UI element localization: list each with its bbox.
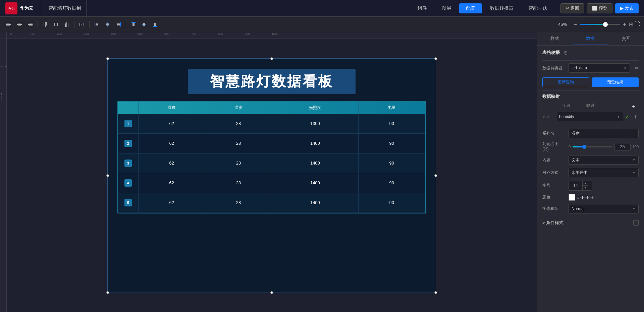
align-middle-icon[interactable] [51,20,61,29]
canvas-area: 0 100 200 300 400 500 600 700 800 900 10… [0,32,537,312]
color-swatch[interactable] [569,194,575,201]
preview-button[interactable]: ⬜ 预览 [587,3,612,13]
zoom-in-button[interactable]: + [623,21,626,27]
col-width-value[interactable]: 25 [614,143,631,150]
ruler-mark-1000: 1000 [272,32,278,36]
panel-tab-style[interactable]: 样式 [537,32,573,45]
toolbar: 46% − + ⊞ ⛶ [0,17,644,32]
panel-tab-interact[interactable]: 交互 [608,32,644,45]
col-width-row: 列宽占比 (%) 0 25 100 [542,141,639,152]
handle-br[interactable] [434,291,437,294]
zoom-area: 46% − + ⊞ ⛶ [558,21,640,27]
expand-icon[interactable]: ∨ [542,114,545,119]
publish-icon: ▶ [620,6,624,11]
update-query-button[interactable]: 更新查询 [542,77,589,87]
series-name-input[interactable]: 湿度 [569,129,639,138]
ruler-mark-600: 600 [164,32,169,36]
cell-3-4: 90 [358,153,425,173]
data-transformer-label: 数据转换器 [542,65,566,71]
distribute-h-icon[interactable] [77,20,87,29]
align-left-icon[interactable] [4,20,13,29]
panel-tab-data[interactable]: 数据 [573,32,608,45]
tab-components[interactable]: 组件 [411,3,434,13]
cell-1-1: 62 [138,114,205,134]
align-page-left-icon[interactable] [92,20,102,29]
data-transformer-edit-icon[interactable]: ✏ [635,65,639,71]
align-right-icon[interactable] [25,20,35,29]
handle-bl[interactable] [106,291,109,294]
top-nav: 华为 华为云 智能路灯数据到 组件 图层 配置 数据转换器 智能主题 ↩ 返回 … [0,0,644,17]
font-size-stepper[interactable]: 14 ▲ ▼ [569,181,592,190]
cond-style-label[interactable]: > 条件样式 [542,220,564,226]
font-size-up-button[interactable]: ▲ [583,181,588,186]
zoom-out-button[interactable]: − [574,21,577,27]
handle-mr[interactable] [434,174,437,177]
tab-config[interactable]: 配置 [459,3,482,13]
col-width-max: 100 [633,145,639,149]
svg-rect-32 [143,23,145,26]
mapping-col-header: 映射 [586,103,627,110]
color-hex-value: #FFFFFF [577,195,594,200]
cell-4-1: 62 [138,173,205,193]
table-row: 3 62 28 1400 90 [118,153,425,173]
canvas-board[interactable]: 智慧路灯数据看板 湿度 温度 光照度 电量 [107,58,436,293]
zoom-fullscreen-icon[interactable]: ⛶ [635,21,640,27]
font-size-down-button[interactable]: ▼ [583,186,588,190]
cond-style-checkbox[interactable] [633,220,639,226]
font-size-input[interactable]: 14 [569,183,582,189]
brand-name: 华为云 [20,5,33,11]
back-button[interactable]: ↩ 返回 [560,3,584,13]
divider-3 [542,126,639,126]
align-page-middle-icon[interactable] [140,20,149,29]
svg-text:华为: 华为 [8,7,14,10]
series-name-row: 系列名 湿度 [542,129,639,138]
add-mapping-btn[interactable]: ＋ [631,103,639,110]
handle-tc[interactable] [270,57,273,60]
svg-rect-30 [132,23,135,26]
svg-rect-14 [54,23,55,26]
table-broadcast-copy-icon[interactable]: ⎘ [565,50,567,55]
handle-bc[interactable] [270,291,273,294]
zoom-fit-icon[interactable]: ⊞ [629,21,633,27]
col-width-label: 列宽占比 (%) [542,141,566,152]
publish-button[interactable]: ▶ 发布 [615,3,639,13]
col-width-slider[interactable] [573,146,612,147]
zoom-slider[interactable] [580,24,620,25]
toolbar-sep-4 [126,21,126,28]
align-bottom-icon[interactable] [62,20,71,29]
font-weight-arrow-icon: ▼ [632,207,636,210]
alignment-arrow-icon: ▼ [632,171,636,175]
align-page-center-icon[interactable] [103,20,112,29]
data-transformer-select[interactable]: led_data ▼ [569,63,630,73]
ruler-mark-0: 0 [10,32,12,36]
align-page-top-icon[interactable] [129,20,138,29]
main-area: 0 100 200 300 400 500 600 700 800 900 10… [0,32,644,312]
tab-layers[interactable]: 图层 [435,3,458,13]
cell-4-4: 90 [358,173,425,193]
handle-tl[interactable] [106,57,109,60]
alignment-row: 对齐方式 水平居中 ▼ [542,168,639,177]
alignment-select[interactable]: 水平居中 ▼ [569,168,639,177]
tab-smart-theme[interactable]: 智能主题 [522,3,554,13]
table-header-humidity: 湿度 [138,102,205,114]
align-page-bottom-icon[interactable] [150,20,160,29]
data-transformer-section: 数据转换器 led_data ▼ ✏ [542,63,639,73]
handle-tr[interactable] [434,57,437,60]
preview-result-button[interactable]: 预览结果 [592,77,639,87]
ruler-vmark-99: 99 [1,66,7,67]
align-center-h-icon[interactable] [15,20,24,29]
font-weight-select[interactable]: Normal ▼ [569,204,639,213]
back-icon: ↩ [566,6,569,11]
mapping-col-headers: 字段 映射 ＋ [542,103,639,110]
logo-divider [40,3,40,13]
handle-ml[interactable] [106,174,109,177]
content-select[interactable]: 文本 ▼ [569,155,639,165]
align-top-icon[interactable] [41,20,50,29]
board-table-wrap: 湿度 温度 光照度 电量 1 62 28 1300 [117,101,426,213]
add-mapping-row-btn[interactable]: ＋ [633,113,639,121]
font-weight-value: Normal [572,206,585,211]
mapping-value-select[interactable]: humidity ▼ [556,112,623,121]
tab-data-transformer[interactable]: 数据转换器 [483,3,520,13]
svg-rect-4 [6,25,10,26]
align-page-right-icon[interactable] [114,20,123,29]
